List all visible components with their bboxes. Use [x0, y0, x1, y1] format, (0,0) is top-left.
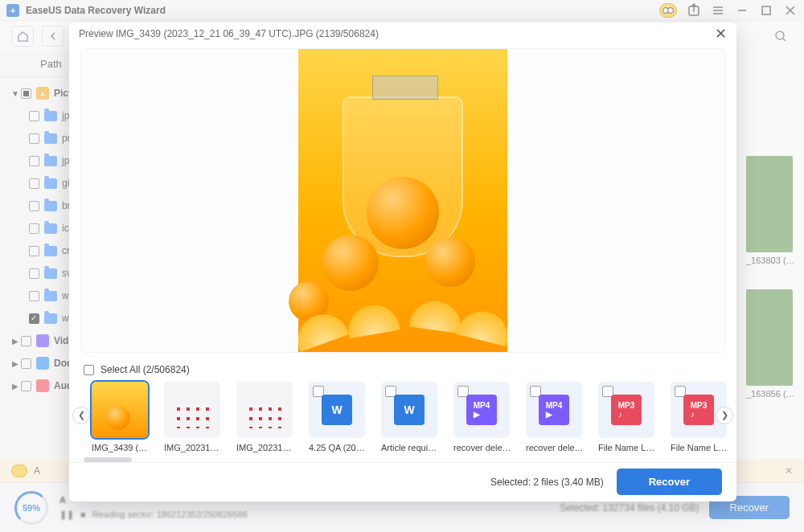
modal-close-button[interactable]: ✕: [715, 27, 727, 41]
filmstrip-label: recover dele…: [453, 443, 511, 452]
select-all-label: Select All (2/506824): [100, 364, 190, 375]
select-all-checkbox[interactable]: [84, 365, 94, 375]
preview-area: [80, 48, 725, 354]
modal-footer-info: Selected: 2 files (3.40 MB): [490, 477, 604, 488]
filmstrip-item[interactable]: MP4▶recover dele…: [526, 382, 589, 452]
filmstrip-thumb[interactable]: W: [381, 382, 437, 438]
filmstrip-item[interactable]: IMG_3439 (2…: [92, 382, 154, 452]
preview-image: [298, 48, 507, 352]
filmstrip-label: IMG_202311…: [164, 443, 222, 452]
filmstrip-label: Article requi…: [381, 443, 439, 452]
filmstrip-prev-button[interactable]: ❮: [72, 407, 90, 424]
filmstrip-item[interactable]: MP4▶recover dele…: [453, 382, 516, 452]
filmstrip-label: IMG_3439 (2…: [92, 443, 150, 452]
mp4-icon: MP4▶: [466, 395, 497, 425]
filmstrip-thumb[interactable]: [164, 382, 220, 438]
filmstrip-thumb[interactable]: W: [309, 382, 365, 438]
modal-recover-button[interactable]: Recover: [617, 469, 722, 495]
modal-title: Preview IMG_3439 (2023_12_21 06_39_47 UT…: [79, 28, 379, 39]
filmstrip-label: File Name L…: [671, 443, 728, 452]
filmstrip-thumb[interactable]: MP3♪: [598, 382, 654, 438]
filmstrip-item[interactable]: W4.25 QA (20…: [309, 382, 371, 452]
filmstrip-label: File Name L…: [598, 443, 656, 452]
filmstrip-item[interactable]: WArticle requi…: [381, 382, 444, 452]
filmstrip-item[interactable]: IMG_202311…: [164, 382, 227, 452]
mp3-icon: MP3♪: [683, 395, 714, 425]
filmstrip-label: IMG_202311…: [236, 443, 294, 452]
word-icon: W: [322, 395, 352, 425]
filmstrip-next-button[interactable]: ❯: [716, 407, 733, 424]
preview-modal: Preview IMG_3439 (2023_12_21 06_39_47 UT…: [69, 23, 736, 501]
filmstrip-label: 4.25 QA (20…: [309, 443, 367, 452]
word-icon: W: [394, 395, 425, 425]
filmstrip-thumb[interactable]: MP4▶: [453, 382, 510, 438]
mp4-icon: MP4▶: [539, 395, 569, 425]
filmstrip-thumb[interactable]: [92, 382, 148, 438]
mp3-icon: MP3♪: [611, 395, 642, 425]
filmstrip-item[interactable]: IMG_202311…: [236, 382, 299, 452]
filmstrip-label: recover dele…: [526, 443, 584, 452]
filmstrip-thumb[interactable]: [236, 382, 293, 438]
filmstrip-item[interactable]: MP3♪File Name L…: [598, 382, 661, 452]
filmstrip-thumb[interactable]: MP4▶: [526, 382, 582, 438]
